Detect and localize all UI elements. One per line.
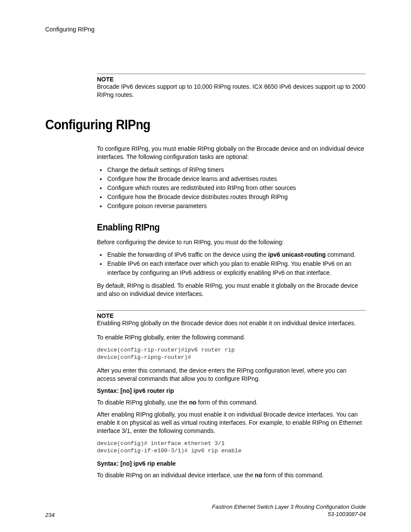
divider bbox=[97, 74, 366, 74]
list-text-pre: Enable the forwarding of IPv6 traffic on… bbox=[107, 251, 268, 258]
list-item: Change the default settings of RIPng tim… bbox=[106, 165, 366, 174]
list-text-post: command. bbox=[326, 251, 355, 258]
list-item: Configure which routes are redistributed… bbox=[106, 184, 366, 193]
code-block: device(config)# interface ethernet 3/1 d… bbox=[97, 440, 366, 455]
keyword-no: no bbox=[255, 472, 262, 479]
disable-iface-paragraph: To disable RIPng on an individual device… bbox=[97, 471, 366, 479]
note-text: Enabling RIPng globally on the Brocade d… bbox=[97, 319, 366, 327]
intro-paragraph: To configure RIPng, you must enable RIPn… bbox=[97, 145, 366, 161]
prereq-list: Enable the forwarding of IPv6 traffic on… bbox=[97, 250, 366, 277]
text-post: form of this command. bbox=[262, 472, 324, 479]
list-item: Configure how the Brocade device learns … bbox=[106, 174, 366, 184]
after-code-paragraph: After you enter this command, the device… bbox=[97, 367, 366, 383]
note-label: NOTE bbox=[97, 76, 366, 83]
disable-global-paragraph: To disable RIPng globally, use the no fo… bbox=[97, 398, 366, 407]
doc-id: 53-1003087-04 bbox=[212, 511, 366, 518]
list-item: Enable IPv6 on each interface over which… bbox=[106, 259, 366, 277]
syntax-line: Syntax: [no] ipv6 router rip bbox=[97, 387, 366, 394]
doc-title-text: FastIron Ethernet Switch Layer 3 Routing… bbox=[212, 504, 366, 510]
after-enable-paragraph: After enabling RIPng globally, you must … bbox=[97, 411, 366, 435]
text-pre: To disable RIPng on an individual device… bbox=[97, 472, 255, 479]
before-paragraph: Before configuring the device to run RIP… bbox=[97, 238, 366, 246]
optional-tasks-list: Change the default settings of RIPng tim… bbox=[97, 165, 366, 211]
note-label: NOTE bbox=[97, 312, 366, 319]
enable-paragraph: To enable RIPng globally, enter the foll… bbox=[97, 333, 366, 342]
page-footer: 234 FastIron Ethernet Switch Layer 3 Rou… bbox=[45, 504, 366, 518]
list-item: Configure how the Brocade device distrib… bbox=[106, 193, 366, 202]
code-block: device(config-rip-router)#ipv6 router ri… bbox=[97, 347, 366, 361]
divider bbox=[97, 310, 366, 311]
list-text-pre: Enable IPv6 on each interface over which… bbox=[107, 260, 352, 276]
keyword-no: no bbox=[189, 399, 196, 406]
list-item: Enable the forwarding of IPv6 traffic on… bbox=[106, 250, 366, 259]
doc-title: FastIron Ethernet Switch Layer 3 Routing… bbox=[212, 504, 366, 518]
default-paragraph: By default, RIPng is disabled. To enable… bbox=[97, 282, 366, 298]
text-pre: To disable RIPng globally, use the bbox=[97, 399, 189, 406]
command-name: ipv6 unicast-routing bbox=[268, 251, 326, 258]
page-title: Configuring RIPng bbox=[45, 117, 340, 133]
note-text: Brocade IPv6 devices support up to 10,00… bbox=[97, 83, 366, 99]
running-header: Configuring RIPng bbox=[45, 26, 366, 33]
list-item: Configure poison reverse parameters bbox=[106, 202, 366, 211]
syntax-line: Syntax: [no] ipv6 rip enable bbox=[97, 460, 366, 467]
text-post: form of this command. bbox=[196, 399, 258, 406]
section-title: Enabling RIPng bbox=[97, 222, 344, 233]
page-number: 234 bbox=[45, 512, 55, 518]
